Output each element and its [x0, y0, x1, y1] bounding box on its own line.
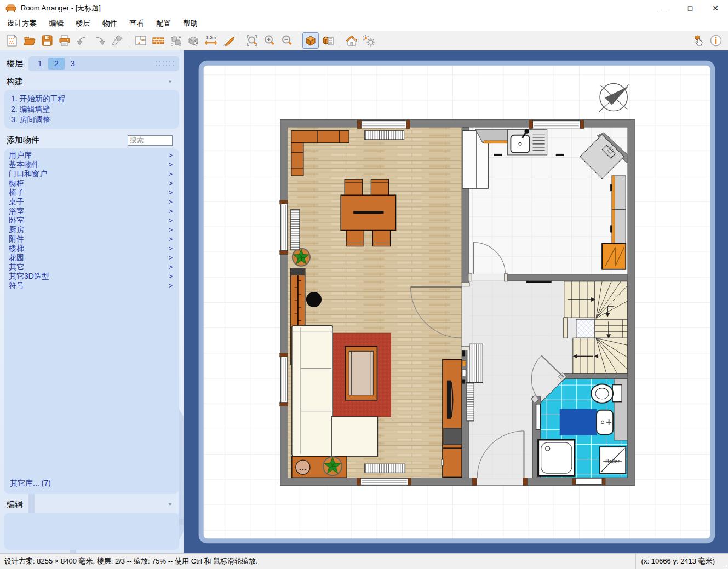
tall-cabinets[interactable] [610, 176, 626, 243]
undo-button[interactable] [74, 32, 90, 49]
menu-design[interactable]: 设计方案 [1, 17, 43, 30]
room-arranger-window: Room Arranger - [无标题] — □ ✕ 设计方案 编辑 楼层 物… [0, 0, 728, 569]
window-end [280, 251, 288, 255]
pencil-icon [222, 34, 235, 47]
category-tables[interactable]: 桌子> [4, 197, 179, 206]
zoom-fit-button[interactable] [244, 32, 260, 49]
kitchen-sink[interactable] [507, 129, 547, 155]
wall-fixture [462, 350, 465, 356]
wall-fixture [462, 360, 466, 366]
plant[interactable] [323, 457, 342, 475]
new-plan-button[interactable] [4, 32, 20, 49]
category-bedroom[interactable]: 卧室> [4, 216, 179, 225]
pantry-cabinet[interactable] [462, 131, 477, 188]
build-step-edit-walls[interactable]: 2. 编辑墙壁 [11, 104, 179, 114]
bath-mat[interactable] [560, 409, 597, 435]
draw-pencil-button[interactable] [220, 32, 237, 49]
object-list-button[interactable] [320, 32, 336, 49]
category-stairs[interactable]: 楼梯> [4, 244, 179, 253]
build-step-new-project[interactable]: 1. 开始新的工程 [11, 94, 179, 104]
stool[interactable] [306, 292, 322, 307]
edit-section-header: 编辑 ▼ [4, 498, 179, 510]
zoom-out-button[interactable] [279, 32, 295, 49]
save-button[interactable] [39, 32, 55, 49]
window [281, 204, 288, 250]
sidebar: 楼层 1 2 3 构建 ▼ 1. 开始新的工程 2. 编辑墙壁 3. 房间调整 … [0, 50, 184, 553]
search-input[interactable] [128, 135, 173, 146]
house-3d-button[interactable]: 3D [343, 32, 360, 49]
print-button[interactable] [56, 32, 73, 49]
measure-icon: 3.5m [204, 34, 217, 47]
build-section-header: 构建 ▼ [4, 76, 179, 88]
category-doors-windows[interactable]: 门口和窗户> [4, 169, 179, 179]
category-kitchen[interactable]: 厨房> [4, 225, 179, 234]
window-end [357, 478, 360, 485]
menu-options[interactable]: 配置 [150, 17, 177, 30]
category-other[interactable]: 其它> [4, 262, 179, 272]
resize-grip-icon[interactable] [720, 554, 728, 569]
category-symbols[interactable]: 符号> [4, 281, 179, 290]
shower-tray[interactable] [538, 440, 575, 476]
floor-tab-3[interactable]: 3 [65, 58, 81, 70]
about-button[interactable] [708, 32, 724, 49]
chevron-right-icon: > [169, 170, 173, 178]
floor-tab-1[interactable]: 1 [32, 58, 48, 70]
room-wizard-button[interactable] [133, 32, 149, 49]
build-step-adjust-rooms[interactable]: 3. 房间调整 [11, 114, 179, 125]
cabinet-handle [556, 154, 564, 156]
menu-edit[interactable]: 编辑 [43, 17, 70, 30]
category-bathroom[interactable]: 浴室> [4, 206, 179, 216]
category-basic-objects[interactable]: 基本物件> [4, 160, 179, 169]
toolbar-separator [240, 34, 240, 47]
more-libraries-link[interactable]: 其它库... (7) [4, 479, 179, 490]
format-brush-button[interactable] [109, 32, 125, 49]
maximize-button[interactable]: □ [678, 0, 703, 16]
pointer-mode-button[interactable] [690, 32, 707, 49]
dining-chair [372, 230, 390, 246]
chevron-right-icon: > [169, 152, 173, 159]
coffee-table[interactable] [345, 346, 377, 400]
menu-objects[interactable]: 物件 [96, 17, 123, 30]
toilet[interactable] [591, 384, 622, 403]
select-objects-button[interactable] [168, 32, 184, 49]
tv-unit[interactable] [442, 359, 462, 477]
category-garden[interactable]: 花园> [4, 253, 179, 262]
towel-rail[interactable] [536, 404, 541, 429]
menu-help[interactable]: 帮助 [177, 17, 204, 30]
status-plan-info: 设计方案: 8255 × 8400 毫米, 楼层: 2/3 -- 缩放: 75%… [0, 556, 635, 566]
floor-tab-2[interactable]: 2 [48, 58, 65, 70]
fridge[interactable] [602, 244, 626, 269]
category-chairs[interactable]: 椅子> [4, 188, 179, 197]
view-3d-objects-button[interactable] [302, 32, 319, 49]
close-button[interactable]: ✕ [703, 0, 728, 16]
washbasin[interactable] [597, 410, 613, 434]
zoom-in-button[interactable] [261, 32, 278, 49]
menu-floors[interactable]: 楼层 [70, 17, 96, 30]
boiler[interactable]: Boiler [600, 447, 626, 473]
category-other-3d[interactable]: 其它3D造型> [4, 272, 179, 281]
minimize-button[interactable]: — [652, 0, 678, 16]
radiator[interactable] [467, 383, 474, 421]
floors-grip-icon[interactable] [155, 60, 174, 67]
category-accessories[interactable]: 附件> [4, 234, 179, 244]
cube-cursor-icon [187, 34, 200, 47]
category-user-library[interactable]: 用户库> [4, 151, 179, 160]
collapse-icon[interactable]: ▼ [168, 79, 173, 84]
measure-button[interactable]: 3.5m [203, 32, 219, 49]
menu-view[interactable]: 查看 [123, 17, 150, 30]
drawing-canvas[interactable]: Boiler [184, 50, 728, 553]
plant[interactable] [293, 249, 310, 266]
floor-plan-svg[interactable]: Boiler [184, 50, 728, 553]
open-button[interactable] [21, 32, 38, 49]
object-3d-button[interactable] [185, 32, 202, 49]
object-categories-panel: 用户库> 基本物件> 门口和窗户> 橱柜> 椅子> 桌子> 浴室> 卧室> 厨房… [4, 148, 179, 494]
collapse-icon[interactable]: ▼ [168, 502, 173, 507]
build-header-label: 构建 [7, 77, 23, 87]
wall-button[interactable] [150, 32, 167, 49]
add-objects-header: 添加物件 [4, 134, 179, 146]
redo-button[interactable] [91, 32, 108, 49]
category-cabinets[interactable]: 橱柜> [4, 179, 179, 188]
window-end [580, 120, 584, 129]
floor-plan[interactable]: Boiler [280, 120, 635, 486]
walkthrough-button[interactable] [361, 32, 377, 49]
